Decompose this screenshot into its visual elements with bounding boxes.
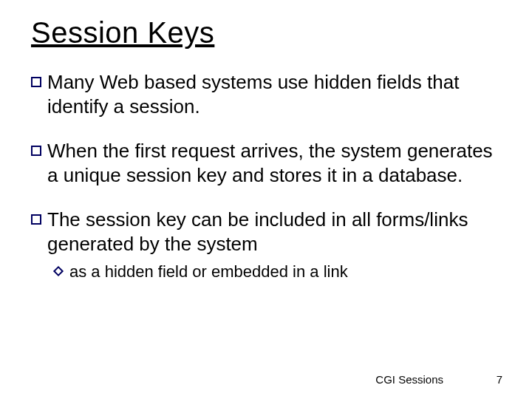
bullet-text: Many Web based systems use hidden fields… bbox=[47, 70, 501, 118]
bullet-text: The session key can be included in all f… bbox=[47, 208, 501, 256]
footer-topic: CGI Sessions bbox=[375, 373, 443, 386]
bullet-list: Many Web based systems use hidden fields… bbox=[31, 70, 501, 282]
list-item: as a hidden field or embedded in a link bbox=[53, 262, 501, 282]
slide: Session Keys Many Web based systems use … bbox=[0, 0, 532, 399]
square-bullet-icon bbox=[31, 214, 41, 225]
diamond-bullet-icon bbox=[53, 266, 64, 276]
square-bullet-icon bbox=[31, 146, 41, 156]
sub-bullet-text: as a hidden field or embedded in a link bbox=[69, 262, 501, 282]
list-item: When the first request arrives, the syst… bbox=[31, 139, 501, 187]
list-item: The session key can be included in all f… bbox=[31, 208, 501, 256]
bullet-text: When the first request arrives, the syst… bbox=[47, 139, 501, 187]
page-number: 7 bbox=[497, 373, 502, 386]
list-item: Many Web based systems use hidden fields… bbox=[31, 70, 501, 118]
square-bullet-icon bbox=[31, 77, 41, 87]
slide-title: Session Keys bbox=[31, 16, 501, 50]
sub-bullet-list: as a hidden field or embedded in a link bbox=[31, 262, 501, 282]
